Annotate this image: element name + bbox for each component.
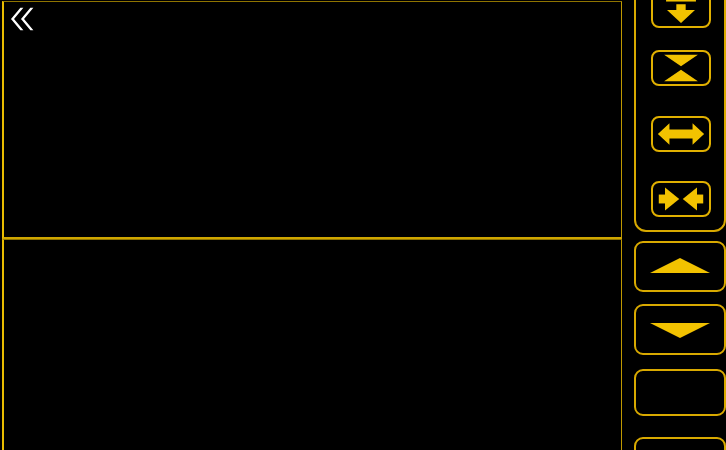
compress-horizontal-icon [653,183,709,215]
double-arrow-horizontal-icon [653,118,709,150]
triangle-down-icon [650,323,710,338]
partial-bottom-button[interactable] [634,437,726,450]
bottom-waveform-plot [37,267,612,440]
compress-horizontal-button[interactable] [651,181,711,217]
signal-select-up-button[interactable] [634,241,726,292]
channel-switch-button[interactable] [634,369,726,416]
arrow-down-to-bar-icon [653,0,709,26]
expand-horizontal-button[interactable] [651,116,711,152]
top-waveform-plot [37,40,612,212]
signal-select-down-button[interactable] [634,304,726,355]
sidebar [622,0,726,450]
compress-vertical-button[interactable] [651,50,711,86]
triangle-up-icon [650,258,710,273]
shift-down-button[interactable] [651,0,711,28]
compress-vertical-icon [653,52,709,84]
power-analyzer-screen: { "watermark": { "text": "库克库伯", "reg": … [0,0,726,450]
